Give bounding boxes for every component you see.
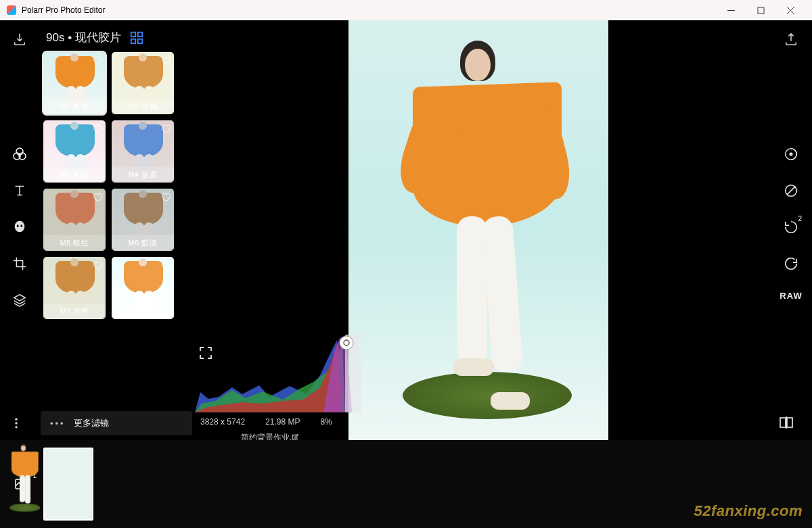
window-maximize-button[interactable]	[746, 0, 775, 20]
filter-card-m5[interactable]: M5 暗红	[43, 189, 106, 251]
svg-point-4	[15, 221, 25, 233]
filter-card-m6[interactable]: M6 黯淡	[112, 189, 174, 251]
filter-card-m1[interactable]: M1 复古	[43, 52, 106, 114]
histogram-panel: 3828 x 5742 21.98 MP 8% 简约背景作业.tif	[195, 335, 365, 440]
filter-label: M2 灰褐	[112, 99, 174, 114]
filter-label: M3 青阶	[43, 167, 106, 183]
watermark-text: 52fanxing.com	[694, 502, 803, 520]
svg-rect-7	[131, 32, 135, 36]
filmstrip: 1 52fanxing.com	[0, 440, 812, 528]
svg-point-6	[20, 224, 22, 227]
preview-image	[348, 20, 608, 440]
image-dimensions: 3828 x 5742	[200, 417, 245, 427]
more-menu-button[interactable]	[0, 414, 32, 433]
filters-tool[interactable]	[10, 145, 29, 164]
adjustments-tool[interactable]	[782, 145, 800, 164]
favorite-icon[interactable]	[92, 260, 103, 270]
reset-button[interactable]	[782, 254, 800, 273]
favorite-icon[interactable]	[92, 55, 103, 66]
svg-rect-10	[138, 39, 142, 43]
svg-point-15	[340, 336, 353, 350]
histogram-chart	[195, 335, 365, 412]
filter-label: M1 复古	[43, 99, 106, 114]
image-megapixels: 21.98 MP	[265, 417, 300, 427]
svg-point-17	[15, 418, 17, 421]
filter-card-m8[interactable]: M8 淡透	[112, 257, 174, 319]
compare-toggle-button[interactable]	[777, 413, 796, 432]
window-title: Polarr Pro Photo Editor	[22, 5, 716, 15]
favorite-icon[interactable]	[160, 123, 171, 134]
favorite-icon[interactable]	[92, 123, 103, 134]
filter-label: M8 淡透	[112, 304, 174, 319]
svg-point-5	[17, 224, 19, 227]
more-filters-button[interactable]: ••• 更多滤镜	[41, 411, 192, 435]
favorite-icon[interactable]	[160, 55, 171, 66]
face-tool[interactable]	[10, 218, 29, 237]
filter-card-m7[interactable]: M7 灰橙	[43, 257, 106, 319]
favorite-icon[interactable]	[92, 191, 103, 202]
svg-rect-21	[787, 418, 792, 427]
history-undo-button[interactable]: 2	[782, 218, 800, 237]
svg-point-12	[790, 153, 792, 155]
window-close-button[interactable]	[775, 0, 805, 20]
import-button[interactable]	[10, 30, 29, 49]
svg-rect-20	[780, 418, 786, 427]
filter-category[interactable]: 90s • 现代胶片	[46, 30, 121, 45]
left-tool-rail	[0, 20, 39, 440]
raw-button[interactable]: RAW	[780, 291, 802, 301]
filter-grid: M1 复古M2 灰褐M3 青阶M4 蓝温M5 暗红M6 黯淡M7 灰橙M8 淡透	[39, 52, 187, 319]
favorite-icon[interactable]	[160, 191, 171, 202]
filter-label: M6 黯淡	[112, 235, 174, 251]
filmstrip-thumbnail[interactable]	[43, 448, 93, 521]
editor-area: 90s • 现代胶片 M1 复古M2 灰褐M3 青阶M4 蓝温M5 暗红M6 黯…	[0, 20, 812, 440]
layers-tool[interactable]	[10, 291, 29, 310]
svg-rect-9	[131, 39, 135, 43]
grid-view-icon[interactable]	[129, 30, 144, 45]
svg-rect-8	[138, 32, 142, 36]
history-count-badge: 2	[798, 215, 802, 222]
filter-panel: 90s • 现代胶片 M1 复古M2 灰褐M3 青阶M4 蓝温M5 暗红M6 黯…	[39, 20, 187, 440]
category-name: 90s	[46, 31, 64, 44]
crop-tool[interactable]	[10, 254, 29, 273]
more-filters-label: 更多滤镜	[74, 417, 109, 429]
window-minimize-button[interactable]	[716, 0, 746, 20]
svg-point-18	[15, 422, 17, 424]
app-logo-icon	[7, 5, 16, 15]
filter-label: M7 灰橙	[43, 304, 106, 319]
image-filename: 简约背景作业.tif	[195, 427, 365, 440]
svg-point-19	[15, 426, 17, 428]
subcategory-name: 现代胶片	[75, 31, 121, 44]
overlay-tool[interactable]	[782, 181, 800, 200]
filter-card-m2[interactable]: M2 灰褐	[112, 52, 174, 114]
image-zoom: 8%	[320, 417, 332, 427]
ellipsis-icon: •••	[50, 418, 66, 429]
filter-label: M4 蓝温	[112, 167, 174, 183]
right-tool-rail: 2 RAW	[770, 20, 812, 440]
favorite-icon[interactable]	[160, 260, 171, 270]
export-button[interactable]	[782, 30, 800, 49]
filter-card-m3[interactable]: M3 青阶	[43, 120, 106, 183]
text-tool[interactable]	[10, 181, 29, 200]
filter-card-m4[interactable]: M4 蓝温	[112, 120, 174, 183]
filter-label: M5 暗红	[43, 235, 106, 251]
window-titlebar: Polarr Pro Photo Editor	[0, 0, 812, 20]
svg-rect-0	[758, 7, 764, 14]
